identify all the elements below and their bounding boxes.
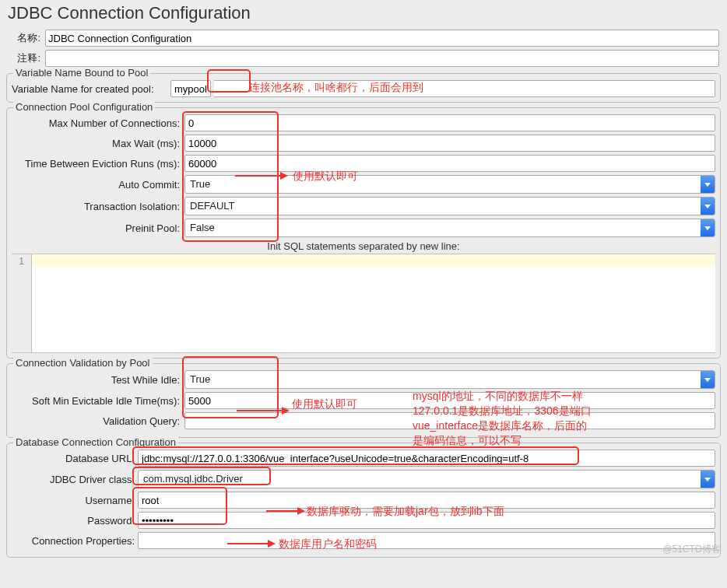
varname-extend[interactable]	[214, 80, 715, 97]
legend-db: Database Connection Configuration	[13, 436, 178, 448]
testidle-label: Test While Idle:	[12, 374, 181, 386]
softmin-input[interactable]	[184, 392, 715, 409]
eviction-input[interactable]	[184, 155, 715, 172]
autocommit-value: True	[185, 176, 701, 193]
comment-label: 注释:	[8, 51, 40, 65]
fieldset-pool: Connection Pool Configuration Max Number…	[6, 107, 721, 359]
iso-combo[interactable]: DEFAULT	[184, 197, 715, 215]
varname-label: Variable Name for created pool:	[12, 83, 167, 95]
comment-row: 注释:	[0, 48, 727, 68]
legend-validation: Connection Validation by Pool	[13, 357, 153, 369]
driver-combo[interactable]: com.mysql.jdbc.Driver	[138, 470, 715, 488]
testidle-combo[interactable]: True	[184, 370, 715, 389]
autocommit-combo[interactable]: True	[184, 175, 715, 194]
fieldset-db: Database Connection Configuration Databa…	[6, 443, 721, 558]
chevron-down-icon	[701, 176, 715, 193]
preinit-combo[interactable]: False	[184, 219, 715, 237]
editor-gutter: 1	[12, 254, 32, 352]
varname-input[interactable]	[170, 80, 211, 97]
props-label: Connection Properties:	[12, 535, 135, 547]
name-row: 名称:	[0, 28, 727, 48]
maxwait-input[interactable]	[184, 135, 715, 152]
iso-value: DEFAULT	[185, 198, 701, 215]
vquery-input[interactable]	[184, 412, 715, 429]
eviction-label: Time Between Eviction Runs (ms):	[12, 158, 181, 170]
pass-input[interactable]	[138, 512, 715, 529]
page-title: JDBC Connection Configuration	[0, 0, 727, 28]
fieldset-varpool: Variable Name Bound to Pool Variable Nam…	[6, 73, 721, 103]
driver-value: com.mysql.jdbc.Driver	[139, 471, 701, 488]
preinit-value: False	[185, 219, 701, 236]
fieldset-validation: Connection Validation by Pool Test While…	[6, 363, 721, 438]
iso-label: Transaction Isolation:	[12, 201, 181, 212]
testidle-value: True	[185, 371, 701, 388]
chevron-down-icon	[701, 198, 715, 215]
editor-body[interactable]	[32, 254, 715, 352]
maxconn-input[interactable]	[184, 114, 715, 131]
user-input[interactable]	[138, 492, 715, 509]
name-input[interactable]	[45, 30, 719, 47]
name-label: 名称:	[8, 31, 40, 45]
chevron-down-icon	[701, 471, 715, 488]
chevron-down-icon	[701, 371, 715, 388]
softmin-label: Soft Min Evictable Idle Time(ms):	[12, 395, 181, 407]
legend-varpool: Variable Name Bound to Pool	[13, 67, 150, 79]
comment-input[interactable]	[45, 50, 719, 67]
driver-label: JDBC Driver class:	[12, 474, 135, 485]
pass-label: Password:	[12, 515, 135, 527]
preinit-label: Preinit Pool:	[12, 222, 181, 234]
vquery-label: Validation Query:	[12, 415, 181, 427]
dburl-input[interactable]	[138, 450, 715, 467]
user-label: Username:	[12, 495, 135, 506]
maxwait-label: Max Wait (ms):	[12, 138, 181, 149]
props-input[interactable]	[138, 532, 715, 549]
maxconn-label: Max Number of Connections:	[12, 117, 181, 129]
legend-pool: Connection Pool Configuration	[13, 101, 155, 113]
dburl-label: Database URL:	[12, 453, 135, 464]
autocommit-label: Auto Commit:	[12, 179, 181, 191]
init-sql-caption: Init SQL statements separated by new lin…	[12, 240, 715, 252]
init-sql-editor[interactable]: 1	[12, 254, 715, 353]
chevron-down-icon	[701, 219, 715, 236]
